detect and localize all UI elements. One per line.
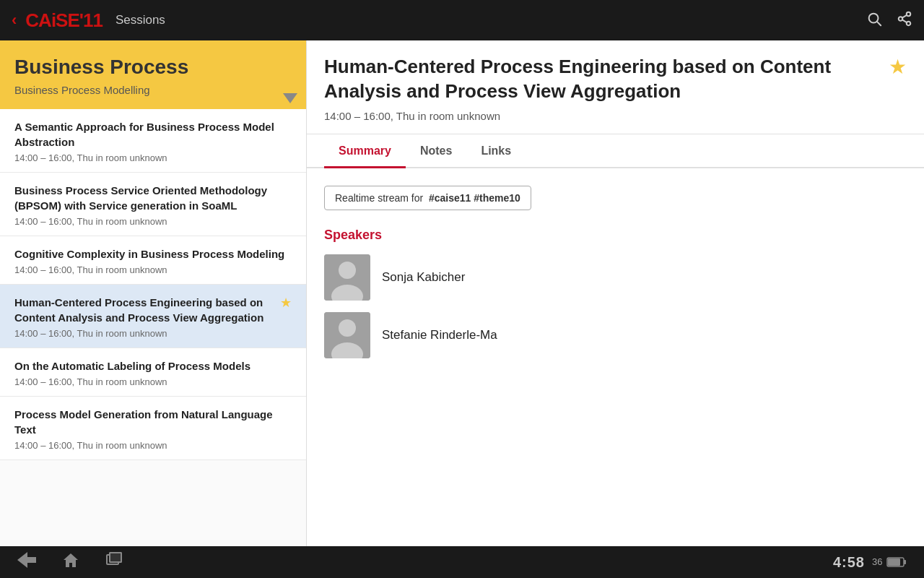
sidebar-item-title: A Semantic Approach for Business Process… <box>14 119 292 150</box>
sidebar-item-title: Process Model Generation from Natural La… <box>14 407 292 437</box>
tab-summary[interactable]: Summary <box>324 134 406 168</box>
sidebar-item[interactable]: ★ Human-Centered Process Engineering bas… <box>0 285 306 348</box>
section-label: Sessions <box>116 13 866 27</box>
tab-summary-content: Realtime stream for #caise11 #theme10 Sp… <box>307 168 924 387</box>
sidebar-item-time: 14:00 – 16:00, Thu in room unknown <box>14 328 292 339</box>
status-bar: 4:58 36 <box>833 554 907 571</box>
svg-marker-14 <box>64 553 78 567</box>
session-title: Human-Centered Process Engineering based… <box>324 55 907 104</box>
sidebar-item-time: 14:00 – 16:00, Thu in room unknown <box>14 264 292 275</box>
sidebar-category-subtitle: Business Process Modelling <box>14 84 292 96</box>
bottombar: 4:58 36 <box>0 546 924 578</box>
svg-line-6 <box>902 14 907 17</box>
back-button[interactable]: ‹ <box>12 11 17 30</box>
sidebar-item-title: Cognitive Complexity in Business Process… <box>14 246 292 262</box>
speakers-heading: Speakers <box>324 228 907 243</box>
home-icon[interactable] <box>62 552 79 572</box>
back-nav-icon[interactable] <box>17 552 36 572</box>
sidebar-item-time: 14:00 – 16:00, Thu in room unknown <box>14 216 292 227</box>
sidebar: Business Process Business Process Modell… <box>0 40 307 546</box>
clock: 4:58 <box>833 554 865 571</box>
realtime-label: Realtime stream for <box>335 192 423 204</box>
star-icon: ★ <box>280 295 292 311</box>
content-panel: Human-Centered Process Engineering based… <box>307 40 924 546</box>
battery-level: 36 <box>872 556 907 569</box>
svg-line-5 <box>902 20 907 22</box>
speakers-list: Sonja Kabicher Stefanie Rinderle-Ma <box>324 254 907 358</box>
share-icon[interactable] <box>897 11 912 30</box>
recents-icon[interactable] <box>105 552 123 572</box>
sidebar-item-title: Business Process Service Oriented Method… <box>14 183 292 213</box>
sidebar-item[interactable]: On the Automatic Labeling of Process Mod… <box>0 348 306 397</box>
content-tabs: Summary Notes Links <box>307 134 924 168</box>
svg-point-8 <box>339 262 356 279</box>
sidebar-item-title: Human-Centered Process Engineering based… <box>14 295 292 325</box>
content-header: Human-Centered Process Engineering based… <box>307 40 924 134</box>
sidebar-item-time: 14:00 – 16:00, Thu in room unknown <box>14 376 292 387</box>
svg-line-1 <box>877 22 881 25</box>
speaker-item: Stefanie Rinderle-Ma <box>324 312 907 358</box>
search-icon[interactable] <box>866 11 882 30</box>
topbar-actions <box>866 11 912 30</box>
bottom-nav <box>17 552 833 572</box>
sidebar-item[interactable]: A Semantic Approach for Business Process… <box>0 109 306 173</box>
svg-rect-16 <box>110 553 121 562</box>
realtime-tags: #caise11 #theme10 <box>429 192 520 204</box>
sidebar-item[interactable]: Cognitive Complexity in Business Process… <box>0 236 306 285</box>
sidebar-items-list: A Semantic Approach for Business Process… <box>0 109 306 460</box>
avatar <box>324 312 370 358</box>
tab-notes[interactable]: Notes <box>406 134 466 168</box>
realtime-stream-badge: Realtime stream for #caise11 #theme10 <box>324 186 531 210</box>
svg-rect-19 <box>904 560 906 564</box>
app-logo: CAiSE'11 <box>25 9 103 32</box>
star-button[interactable]: ★ <box>889 55 907 79</box>
svg-marker-13 <box>17 552 36 568</box>
main-layout: Business Process Business Process Modell… <box>0 40 924 546</box>
topbar: ‹ CAiSE'11 Sessions <box>0 0 924 40</box>
speaker-name: Sonja Kabicher <box>382 270 465 285</box>
sidebar-item[interactable]: Process Model Generation from Natural La… <box>0 397 306 460</box>
svg-rect-20 <box>888 558 900 566</box>
collapse-arrow-icon[interactable] <box>283 93 297 103</box>
sidebar-item-title: On the Automatic Labeling of Process Mod… <box>14 358 292 374</box>
sidebar-category-title: Business Process <box>14 55 292 79</box>
session-time: 14:00 – 16:00, Thu in room unknown <box>324 110 907 122</box>
speaker-item: Sonja Kabicher <box>324 254 907 301</box>
sidebar-item-time: 14:00 – 16:00, Thu in room unknown <box>14 440 292 451</box>
sidebar-item-time: 14:00 – 16:00, Thu in room unknown <box>14 152 292 163</box>
sidebar-header: Business Process Business Process Modell… <box>0 40 306 109</box>
sidebar-item[interactable]: Business Process Service Oriented Method… <box>0 173 306 236</box>
avatar <box>324 254 370 301</box>
tab-links[interactable]: Links <box>466 134 526 168</box>
speaker-name: Stefanie Rinderle-Ma <box>382 328 497 342</box>
svg-point-11 <box>339 319 356 337</box>
